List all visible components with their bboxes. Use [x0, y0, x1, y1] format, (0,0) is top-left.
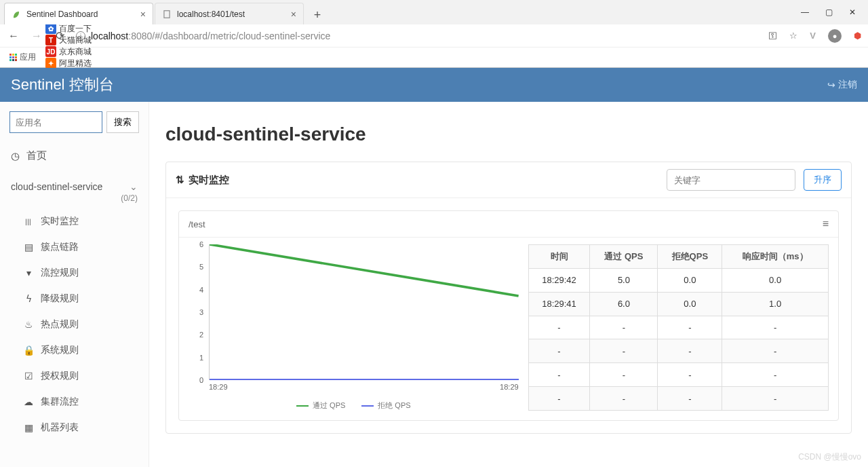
- table-row: ----: [528, 316, 828, 339]
- search-input[interactable]: [9, 111, 102, 133]
- sidebar-home[interactable]: ◷ 首页: [0, 140, 149, 172]
- url-field[interactable]: i localhost:8080/#/dashboard/metric/clou…: [76, 31, 759, 41]
- v-icon[interactable]: V: [810, 31, 816, 41]
- page-icon: [162, 10, 172, 19]
- bookmark-icon: ✿: [45, 23, 56, 34]
- dashboard-icon: ◷: [11, 150, 20, 162]
- sidebar-count: (0/2): [0, 192, 149, 208]
- table-row: 18:29:416.00.01.0: [528, 292, 828, 316]
- tab-bar: Sentinel Dashboard × localhost:8401/test…: [0, 0, 868, 24]
- cloud-icon: ☁: [23, 396, 34, 407]
- sidebar-item[interactable]: ☑授权规则: [0, 363, 149, 389]
- chart: 6543210 18:29 18:29: [189, 244, 519, 411]
- sort-icon: ⇅: [176, 174, 184, 186]
- logout-button[interactable]: ↪ 注销: [827, 79, 857, 91]
- browser-chrome: Sentinel Dashboard × localhost:8401/test…: [0, 0, 868, 68]
- bookmark-icon: T: [45, 35, 56, 45]
- sidebar-item-label: 流控规则: [41, 267, 79, 279]
- grid-icon: [9, 54, 17, 61]
- close-window-icon[interactable]: ✕: [849, 7, 856, 17]
- content: cloud-sentinel-service ⇅ 实时监控 升序 /test: [149, 102, 868, 467]
- app-header: Sentinel 控制台 ↪ 注销: [0, 68, 868, 102]
- panel-title: 实时监控: [189, 174, 229, 187]
- search-button[interactable]: 搜索: [106, 111, 139, 133]
- tab-title: localhost:8401/test: [177, 10, 245, 19]
- browser-tab-active[interactable]: Sentinel Dashboard ×: [4, 3, 153, 24]
- menu-icon[interactable]: ≡: [823, 218, 829, 230]
- table-row: ----: [528, 363, 828, 387]
- sidebar-item[interactable]: ☁集群流控: [0, 389, 149, 415]
- sidebar-item-label: 机器列表: [41, 422, 79, 434]
- new-tab-button[interactable]: +: [308, 5, 327, 24]
- watermark: CSDN @慢慢ovo: [798, 451, 861, 463]
- sidebar-item[interactable]: ♨热点规则: [0, 312, 149, 337]
- panel: ⇅ 实时监控 升序 /test ≡: [165, 162, 852, 434]
- apps-button[interactable]: 应用: [9, 52, 36, 63]
- sidebar-item[interactable]: ⫼实时监控: [0, 208, 149, 234]
- sidebar-item-label: 簇点链路: [41, 241, 79, 253]
- table-header: 响应时间（ms）: [722, 245, 829, 269]
- filter-icon: ▾: [23, 267, 34, 278]
- reject-line: [210, 379, 519, 380]
- sidebar-item[interactable]: ▤簇点链路: [0, 234, 149, 260]
- bolt-icon: ϟ: [23, 293, 34, 304]
- lock-icon: 🔒: [23, 345, 34, 356]
- sidebar-item[interactable]: ϟ降级规则: [0, 286, 149, 312]
- metric-card: /test ≡ 6543210: [178, 210, 839, 421]
- bookmark-item[interactable]: JD京东商城: [45, 46, 92, 58]
- app: Sentinel 控制台 ↪ 注销 搜索 ◷ 首页 cloud-sentinel…: [0, 68, 868, 467]
- browser-tab[interactable]: localhost:8401/test ×: [155, 3, 304, 24]
- star-icon[interactable]: ☆: [789, 31, 797, 41]
- bookmark-item[interactable]: T天猫商城: [45, 35, 92, 46]
- tab-title: Sentinel Dashboard: [26, 10, 98, 19]
- logout-icon: ↪: [827, 79, 835, 90]
- sidebar-item-label: 降级规则: [41, 293, 79, 305]
- bookmark-icon: JD: [45, 46, 56, 57]
- sidebar-item-label: 热点规则: [41, 318, 79, 331]
- profile-icon[interactable]: ●: [828, 29, 842, 43]
- sidebar: 搜索 ◷ 首页 cloud-sentinel-service ⌄ (0/2) ⫼…: [0, 102, 149, 467]
- key-icon[interactable]: ⚿: [768, 31, 777, 41]
- svg-rect-0: [164, 10, 170, 18]
- sort-button[interactable]: 升序: [804, 169, 842, 191]
- bars-icon: ⫼: [23, 216, 34, 227]
- forward-icon[interactable]: →: [30, 30, 43, 42]
- bookmarks-bar: 应用 ✿百度一下 T天猫商城 JD京东商城 ✦阿里精选 特唯品会 淘淘宝特卖: [0, 47, 868, 67]
- sidebar-section[interactable]: cloud-sentinel-service ⌄: [0, 172, 149, 192]
- leaf-icon: [12, 10, 21, 19]
- maximize-icon[interactable]: ▢: [825, 7, 833, 17]
- url-host: localhost: [91, 31, 128, 41]
- list-icon: ▤: [23, 242, 34, 253]
- resource-name: /test: [189, 219, 205, 229]
- sidebar-item-label: 授权规则: [41, 370, 79, 382]
- address-bar: ← → ⟳ i localhost:8080/#/dashboard/metri…: [0, 24, 868, 47]
- table-row: ----: [528, 339, 828, 363]
- sidebar-item[interactable]: 🔒系统规则: [0, 337, 149, 363]
- fire-icon: ♨: [23, 319, 34, 330]
- bookmark-item[interactable]: ✿百度一下: [45, 23, 92, 35]
- shield-icon[interactable]: ⬢: [854, 31, 861, 41]
- sidebar-item[interactable]: ▾流控规则: [0, 260, 149, 286]
- chart-plot: [209, 244, 519, 380]
- app-title: Sentinel 控制台: [11, 75, 114, 95]
- sidebar-item[interactable]: ▦机器列表: [0, 415, 149, 441]
- metric-table: 时间通过 QPS拒绝QPS响应时间（ms） 18:29:425.00.00.01…: [528, 244, 829, 411]
- keyword-input[interactable]: [667, 169, 795, 191]
- minimize-icon[interactable]: —: [801, 7, 809, 17]
- url-path: /#/dashboard/metric/cloud-sentinel-servi…: [152, 31, 330, 41]
- bookmark-icon: ✦: [45, 58, 56, 69]
- sidebar-item-label: 系统规则: [41, 344, 79, 356]
- sidebar-item-label: 实时监控: [41, 215, 79, 227]
- close-icon[interactable]: ×: [285, 9, 296, 20]
- table-header: 时间: [528, 245, 590, 269]
- grid-icon: ▦: [23, 422, 34, 433]
- chevron-down-icon: ⌄: [130, 181, 138, 192]
- page-title: cloud-sentinel-service: [165, 124, 852, 145]
- bookmark-item[interactable]: ✦阿里精选: [45, 58, 92, 69]
- url-port: :8080: [128, 31, 152, 41]
- close-icon[interactable]: ×: [135, 9, 146, 20]
- table-header: 拒绝QPS: [658, 245, 722, 269]
- table-header: 通过 QPS: [590, 245, 658, 269]
- back-icon[interactable]: ←: [7, 30, 20, 42]
- sidebar-item-label: 集群流控: [41, 396, 79, 408]
